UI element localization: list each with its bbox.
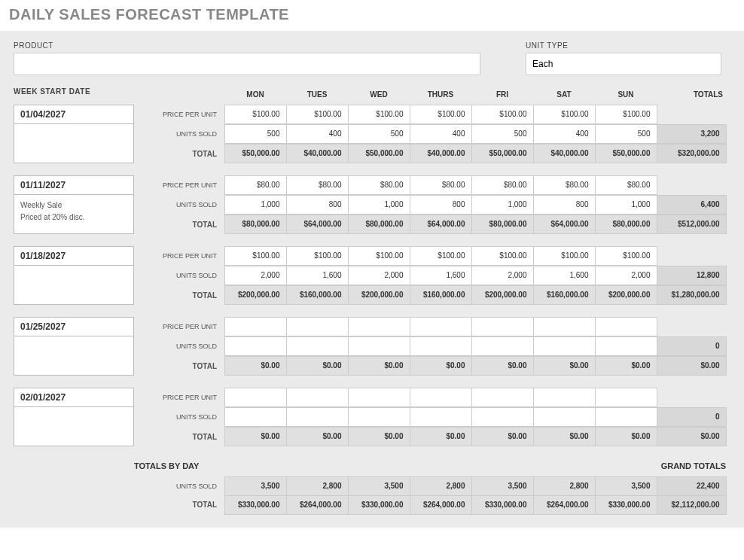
day-money-total[interactable]: $264,000.00 (286, 495, 349, 515)
day-total-cell[interactable]: $80,000.00 (224, 215, 287, 234)
units-cell[interactable]: 1,000 (595, 195, 657, 215)
day-total-cell[interactable]: $80,000.00 (595, 215, 657, 234)
day-total-cell[interactable]: $40,000.00 (286, 144, 349, 163)
week-notes[interactable] (14, 407, 134, 446)
price-cell[interactable]: $80.00 (410, 175, 472, 195)
day-total-cell[interactable]: $50,000.00 (595, 144, 657, 163)
price-cell[interactable]: $100.00 (410, 246, 472, 266)
price-cell[interactable]: $80.00 (533, 175, 596, 195)
day-money-total[interactable]: $330,000.00 (348, 495, 410, 515)
day-total-cell[interactable]: $200,000.00 (595, 285, 657, 305)
day-total-cell[interactable]: $0.00 (224, 356, 287, 376)
day-total-cell[interactable]: $0.00 (286, 427, 349, 446)
week-row-total[interactable]: $1,280,000.00 (657, 285, 727, 305)
product-input[interactable] (14, 53, 480, 75)
day-total-cell[interactable]: $64,000.00 (533, 215, 596, 234)
day-total-cell[interactable]: $80,000.00 (471, 215, 534, 234)
price-cell[interactable]: $80.00 (595, 175, 657, 195)
unit-type-input[interactable] (526, 53, 721, 75)
day-units-total[interactable]: 3,500 (595, 476, 657, 496)
day-total-cell[interactable]: $0.00 (533, 427, 596, 446)
day-total-cell[interactable]: $0.00 (595, 356, 657, 376)
units-cell[interactable] (348, 407, 410, 427)
day-total-cell[interactable]: $80,000.00 (348, 215, 410, 234)
price-cell[interactable]: $100.00 (533, 105, 596, 124)
day-total-cell[interactable]: $0.00 (286, 356, 349, 376)
units-cell[interactable]: 1,000 (348, 195, 410, 215)
day-units-total[interactable]: 3,500 (224, 476, 287, 496)
units-cell[interactable]: 1,600 (533, 266, 596, 285)
price-cell[interactable] (595, 317, 657, 336)
price-cell[interactable]: $80.00 (224, 175, 287, 195)
units-cell[interactable] (533, 407, 596, 427)
units-cell[interactable] (224, 407, 287, 427)
week-row-total[interactable]: $320,000.00 (657, 144, 727, 163)
week-row-total[interactable]: $0.00 (657, 356, 727, 376)
week-date-input[interactable]: 01/11/2027 (14, 175, 134, 195)
week-date-input[interactable]: 01/25/2027 (14, 317, 134, 336)
day-total-cell[interactable]: $64,000.00 (286, 215, 349, 234)
units-cell[interactable] (533, 336, 596, 356)
day-total-cell[interactable]: $0.00 (224, 427, 287, 446)
day-units-total[interactable]: 2,800 (286, 476, 349, 496)
units-cell[interactable]: 800 (286, 195, 349, 215)
day-money-total[interactable]: $264,000.00 (410, 495, 472, 515)
price-cell[interactable]: $100.00 (471, 105, 534, 124)
units-cell[interactable]: 1,600 (286, 266, 349, 285)
price-cell[interactable]: $100.00 (410, 105, 472, 124)
day-total-cell[interactable]: $160,000.00 (533, 285, 596, 305)
week-date-input[interactable]: 01/04/2027 (14, 105, 134, 124)
units-cell[interactable]: 500 (348, 124, 410, 144)
units-cell[interactable]: 400 (410, 124, 472, 144)
units-cell[interactable]: 500 (595, 124, 657, 144)
price-cell[interactable]: $100.00 (224, 246, 287, 266)
price-cell[interactable] (471, 317, 534, 336)
units-cell[interactable] (595, 407, 657, 427)
price-cell[interactable] (471, 388, 534, 407)
week-row-total[interactable]: $0.00 (657, 427, 727, 446)
week-units-total[interactable]: 0 (657, 336, 727, 356)
price-cell[interactable] (595, 388, 657, 407)
price-cell[interactable]: $100.00 (533, 246, 596, 266)
price-cell[interactable]: $100.00 (224, 105, 287, 124)
units-cell[interactable]: 2,000 (471, 266, 534, 285)
units-cell[interactable] (595, 336, 657, 356)
price-cell[interactable] (348, 317, 410, 336)
grand-money-total[interactable]: $2,112,000.00 (657, 495, 727, 515)
units-cell[interactable] (410, 407, 472, 427)
day-money-total[interactable]: $330,000.00 (224, 495, 287, 515)
price-cell[interactable]: $80.00 (286, 175, 349, 195)
day-total-cell[interactable]: $0.00 (471, 356, 534, 376)
units-cell[interactable]: 1,600 (410, 266, 472, 285)
units-cell[interactable] (410, 336, 472, 356)
day-units-total[interactable]: 3,500 (471, 476, 534, 496)
units-cell[interactable]: 2,000 (348, 266, 410, 285)
price-cell[interactable] (224, 388, 287, 407)
day-units-total[interactable]: 2,800 (410, 476, 472, 496)
units-cell[interactable] (348, 336, 410, 356)
units-cell[interactable]: 800 (410, 195, 472, 215)
price-cell[interactable]: $100.00 (595, 246, 657, 266)
units-cell[interactable]: 800 (533, 195, 596, 215)
day-total-cell[interactable]: $200,000.00 (471, 285, 534, 305)
units-cell[interactable] (286, 407, 349, 427)
units-cell[interactable] (224, 336, 287, 356)
price-cell[interactable]: $80.00 (348, 175, 410, 195)
price-cell[interactable]: $100.00 (286, 246, 349, 266)
units-cell[interactable]: 400 (286, 124, 349, 144)
price-cell[interactable] (348, 388, 410, 407)
week-notes[interactable] (14, 336, 134, 376)
day-total-cell[interactable]: $0.00 (533, 356, 596, 376)
day-total-cell[interactable]: $0.00 (410, 356, 472, 376)
price-cell[interactable] (533, 388, 596, 407)
price-cell[interactable] (410, 317, 472, 336)
price-cell[interactable]: $100.00 (595, 105, 657, 124)
units-cell[interactable]: 1,000 (471, 195, 534, 215)
day-money-total[interactable]: $330,000.00 (595, 495, 657, 515)
price-cell[interactable] (533, 317, 596, 336)
week-date-input[interactable]: 02/01/2027 (14, 388, 134, 407)
units-cell[interactable] (471, 336, 534, 356)
price-cell[interactable]: $100.00 (348, 105, 410, 124)
grand-units-total[interactable]: 22,400 (657, 476, 727, 496)
units-cell[interactable] (286, 336, 349, 356)
